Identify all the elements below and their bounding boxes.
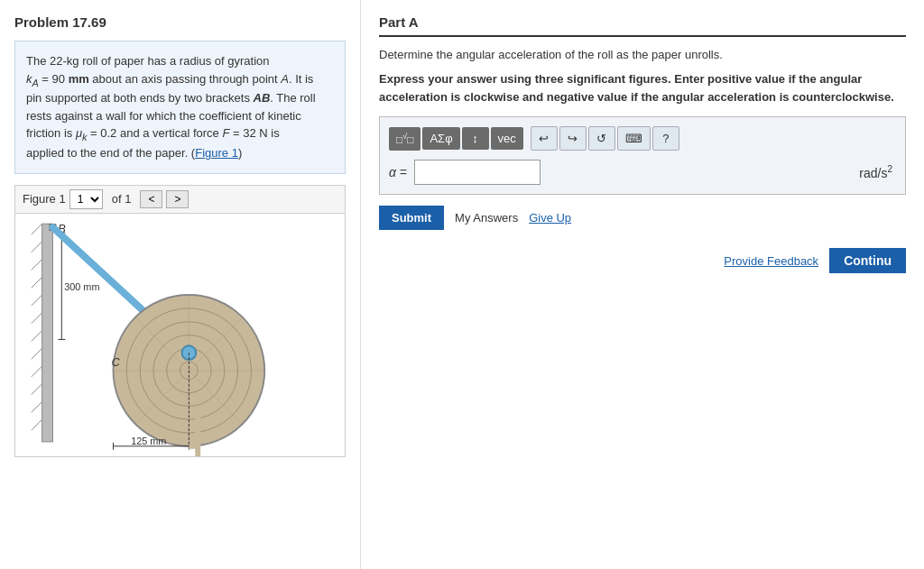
- svg-line-8: [32, 348, 42, 359]
- svg-line-7: [32, 330, 42, 341]
- my-answers-label: My Answers: [455, 211, 518, 225]
- figure-prev-button[interactable]: <: [140, 190, 162, 208]
- question-bold: Express your answer using three signific…: [379, 70, 906, 106]
- undo-button[interactable]: ↩: [531, 126, 558, 151]
- give-up-link[interactable]: Give Up: [529, 211, 571, 225]
- problem-title: Problem 17.69: [14, 14, 346, 30]
- provide-feedback-link[interactable]: Provide Feedback: [724, 254, 818, 268]
- bottom-row: Provide Feedback Continu: [379, 248, 906, 273]
- left-panel: Problem 17.69 The 22-kg roll of paper ha…: [0, 0, 361, 569]
- answer-box: □√□ ΑΣφ ↕ vec ↩ ↪ ↺ ⌨ ? α = rad/s2: [379, 116, 906, 195]
- arrow-updown-button[interactable]: ↕: [462, 127, 489, 150]
- symbol-button[interactable]: ΑΣφ: [422, 127, 459, 150]
- help-button[interactable]: ?: [652, 126, 679, 151]
- part-title: Part A: [379, 14, 906, 37]
- vec-button[interactable]: vec: [491, 127, 523, 150]
- figure-box: 300 mm B: [14, 214, 346, 457]
- figure-of: of 1: [112, 192, 132, 206]
- svg-text:300 mm: 300 mm: [64, 281, 99, 292]
- svg-line-4: [32, 277, 42, 288]
- figure-next-button[interactable]: >: [166, 190, 189, 208]
- figure-select[interactable]: 1: [69, 189, 103, 209]
- svg-line-11: [32, 401, 42, 412]
- figure-svg: 300 mm B: [15, 214, 345, 456]
- unit-label: rad/s2: [859, 164, 896, 180]
- continue-button[interactable]: Continu: [829, 248, 906, 273]
- right-panel: Part A Determine the angular acceleratio…: [361, 0, 924, 569]
- svg-line-2: [32, 242, 42, 252]
- keyboard-button[interactable]: ⌨: [617, 126, 651, 151]
- submit-button[interactable]: Submit: [379, 206, 444, 230]
- figure-label: Figure 1: [23, 192, 66, 206]
- figure-controls: Figure 1 1 of 1 < >: [14, 185, 346, 214]
- svg-line-10: [32, 383, 42, 394]
- svg-line-9: [32, 366, 42, 377]
- svg-line-6: [32, 312, 42, 323]
- svg-line-3: [32, 259, 42, 270]
- svg-line-1: [32, 224, 42, 234]
- redo-button[interactable]: ↪: [559, 126, 587, 151]
- svg-rect-0: [42, 224, 53, 442]
- svg-line-5: [32, 295, 42, 306]
- question-text: Determine the angular acceleration of th…: [379, 48, 906, 61]
- matrix-button[interactable]: □√□: [389, 127, 420, 151]
- problem-description: The 22-kg roll of paper has a radius of …: [14, 41, 346, 174]
- alpha-label: α =: [389, 165, 407, 179]
- svg-text:125 mm: 125 mm: [131, 435, 166, 445]
- svg-text:C: C: [112, 355, 121, 369]
- svg-line-12: [32, 419, 42, 430]
- refresh-button[interactable]: ↺: [588, 126, 615, 151]
- answer-input[interactable]: [414, 160, 541, 185]
- toolbar: □√□ ΑΣφ ↕ vec ↩ ↪ ↺ ⌨ ?: [389, 126, 896, 151]
- input-row: α = rad/s2: [389, 160, 896, 185]
- figure-link[interactable]: Figure 1: [195, 146, 238, 160]
- action-row: Submit My Answers Give Up: [379, 206, 906, 230]
